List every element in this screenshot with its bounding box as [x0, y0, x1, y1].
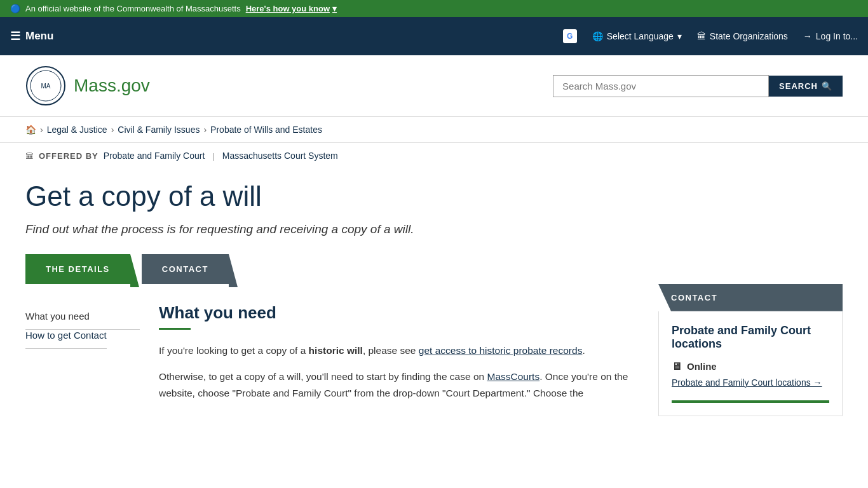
breadcrumb-home[interactable]: 🏠	[25, 125, 36, 135]
top-banner: 🔵 An official website of the Commonwealt…	[0, 0, 868, 17]
right-sidebar: CONTACT Probate and Family Court locatio…	[658, 284, 843, 416]
section-underline	[159, 328, 191, 330]
contact-divider	[672, 400, 829, 403]
nav-how-to-get[interactable]: How to get	[25, 322, 74, 349]
breadcrumb-sep-1: ›	[40, 125, 43, 135]
search-icon: 🔍	[822, 81, 832, 91]
search-area: SEARCH 🔍	[553, 75, 843, 97]
main-nav: ☰ Menu G 🌐 Select Language ▾ 🏛 State Org…	[0, 17, 868, 55]
contact-box: Probate and Family Court locations 🖥 Onl…	[658, 311, 843, 416]
article-body: What you need If you're looking to get a…	[159, 284, 639, 416]
chevron-down-icon: ▾	[677, 31, 682, 41]
breadcrumb: 🏠 › Legal & Justice › Civil & Family Iss…	[0, 117, 868, 143]
tab-bar: THE DETAILS CONTACT	[25, 254, 843, 284]
probate-court-link[interactable]: Probate and Family Court	[104, 151, 205, 161]
google-translate-icon[interactable]: G	[563, 29, 577, 43]
breadcrumb-probate[interactable]: Probate of Wills and Estates	[210, 125, 322, 135]
login-icon: →	[803, 31, 812, 41]
menu-button[interactable]: ☰ Menu	[10, 29, 53, 43]
probate-locations-link[interactable]: Probate and Family Court locations →	[672, 377, 829, 388]
nav-contact[interactable]: Contact	[74, 322, 107, 349]
breadcrumb-sep-2: ›	[111, 125, 114, 135]
historic-probate-link[interactable]: get access to historic probate records	[419, 345, 583, 356]
home-icon: 🏠	[25, 125, 36, 135]
ma-seal-icon: 🔵	[10, 4, 20, 13]
article-para-1: If you're looking to get a copy of a his…	[159, 342, 639, 359]
nav-right: G 🌐 Select Language ▾ 🏛 State Organizati…	[563, 29, 858, 43]
select-language-link[interactable]: 🌐 Select Language ▾	[592, 31, 682, 41]
section-title: What you need	[159, 303, 639, 323]
page-title: Get a copy of a will	[25, 180, 843, 214]
heres-how-you-know-link[interactable]: Here's how you know ▾	[246, 4, 337, 13]
page-subtitle: Find out what the process is for request…	[25, 222, 843, 236]
ma-seal: MA	[25, 65, 66, 106]
building-icon: 🏛	[697, 31, 706, 41]
search-input[interactable]	[553, 75, 769, 97]
site-header: MA Mass.gov SEARCH 🔍	[0, 55, 868, 117]
official-text: An official website of the Commonwealth …	[25, 4, 241, 13]
svg-text:MA: MA	[41, 83, 51, 90]
content-row: What you need How to get Contact What yo…	[25, 284, 843, 416]
state-organizations-link[interactable]: 🏛 State Organizations	[697, 31, 788, 41]
left-nav: What you need How to get Contact	[25, 284, 140, 416]
tab-contact[interactable]: CONTACT	[142, 254, 229, 284]
breadcrumb-civil-family[interactable]: Civil & Family Issues	[118, 125, 200, 135]
building-offered-icon: 🏛	[25, 151, 34, 161]
hamburger-icon: ☰	[10, 29, 20, 43]
globe-icon: 🌐	[592, 31, 603, 41]
breadcrumb-sep-3: ›	[203, 125, 207, 135]
contact-online: 🖥 Online	[672, 361, 829, 372]
article-para-2: Otherwise, to get a copy of a will, you'…	[159, 369, 639, 401]
tab-the-details[interactable]: THE DETAILS	[25, 254, 130, 284]
masscourts-link[interactable]: MassCourts	[487, 371, 539, 382]
breadcrumb-legal-justice[interactable]: Legal & Justice	[47, 125, 107, 135]
main-content: Get a copy of a will Find out what the p…	[0, 161, 868, 442]
search-button[interactable]: SEARCH 🔍	[769, 76, 843, 97]
ma-court-system-link[interactable]: Massachusetts Court System	[222, 151, 338, 161]
contact-box-title: Probate and Family Court locations	[672, 324, 829, 351]
contact-header: CONTACT	[658, 284, 843, 311]
site-name: Mass.gov	[74, 76, 150, 96]
login-link[interactable]: → Log In to...	[803, 31, 858, 41]
offered-by: 🏛 OFFERED BY Probate and Family Court | …	[0, 143, 868, 161]
monitor-icon: 🖥	[672, 361, 682, 372]
site-logo[interactable]: MA Mass.gov	[25, 65, 150, 106]
